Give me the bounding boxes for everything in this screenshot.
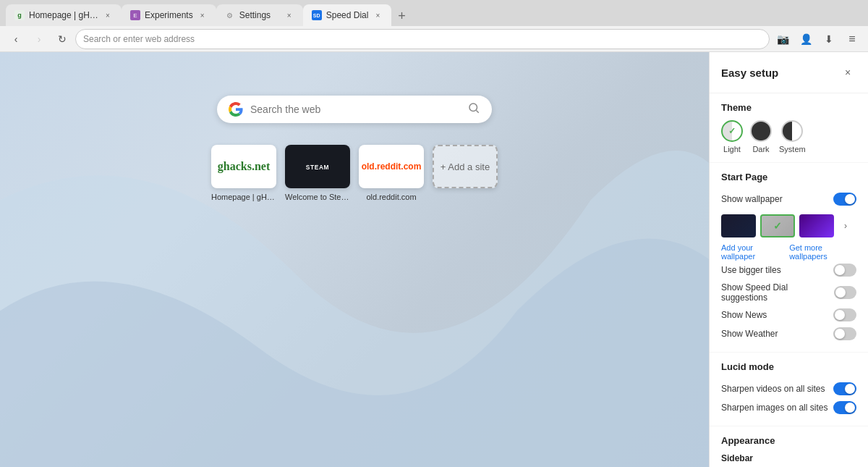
use-bigger-tiles-label: Use bigger tiles (721, 265, 781, 275)
theme-label-dark: Dark (752, 145, 769, 153)
theme-circle-light: ✓ (721, 120, 743, 142)
use-bigger-tiles-row: Use bigger tiles (721, 261, 856, 279)
sharpen-images-toggle[interactable] (833, 401, 856, 414)
search-bar[interactable] (217, 96, 492, 123)
dial-tile-reddit: old.reddit.com (359, 145, 424, 188)
dial-item-add[interactable]: + Add a site (433, 145, 498, 201)
theme-section-title: Theme (721, 102, 856, 113)
wallpaper-links: Add your wallpaper Get more wallpapers (721, 243, 856, 261)
speed-dial: ghacks.net Homepage | gHack... STEAM Wel… (211, 145, 498, 201)
theme-option-system[interactable]: System (779, 120, 806, 153)
panel-header: Easy setup × (710, 52, 868, 93)
tab-label-experiments: Experiments (145, 10, 193, 20)
panel-close-button[interactable]: × (839, 64, 856, 81)
theme-section: Theme ✓ Light Dark (710, 93, 868, 163)
lucid-mode-section: Lucid mode Sharpen videos on all sites S… (710, 353, 868, 426)
panel-title: Easy setup (721, 67, 778, 79)
new-tab-button[interactable]: + (391, 6, 412, 26)
reddit-logo-text: old.reddit.com (362, 161, 422, 172)
tab-experiments[interactable]: E Experiments × (122, 4, 216, 26)
add-site-text: + Add a site (441, 161, 490, 172)
tab-settings[interactable]: ⚙ Settings × (216, 4, 303, 26)
theme-label-light: Light (723, 145, 741, 153)
profile-button[interactable]: 👤 (796, 29, 816, 49)
easy-setup-panel: Easy setup × Theme ✓ Light Dark (709, 52, 868, 467)
start-page-section-title: Start Page (721, 172, 856, 182)
show-speed-dial-toggle[interactable] (834, 286, 856, 299)
tab-label-settings: Settings (239, 10, 280, 20)
show-news-label: Show News (721, 310, 767, 320)
ghacks-logo-text: ghacks.net (218, 160, 270, 173)
tab-close-experiments[interactable]: × (197, 10, 208, 20)
address-text: Search or enter web address (83, 34, 195, 44)
dial-label-reddit: old.reddit.com (359, 193, 424, 201)
tab-close-settings[interactable]: × (284, 10, 294, 20)
appearance-section: Appearance Sidebar On (710, 426, 868, 467)
search-input[interactable] (250, 104, 460, 115)
show-weather-label: Show Weather (721, 329, 778, 339)
show-news-row: Show News (721, 306, 856, 324)
tab-label-speeddial: Speed Dial (326, 10, 369, 20)
tab-speeddial[interactable]: SD Speed Dial × (303, 4, 392, 26)
show-speed-dial-row: Show Speed Dial suggestions (721, 279, 856, 306)
show-weather-toggle[interactable] (833, 327, 856, 340)
theme-option-light[interactable]: ✓ Light (721, 120, 743, 153)
theme-check-light: ✓ (728, 126, 736, 136)
start-page-section: Start Page Show wallpaper ✓ (710, 163, 868, 353)
use-bigger-tiles-toggle[interactable] (833, 264, 856, 277)
sharpen-videos-toggle[interactable] (833, 382, 856, 395)
forward-button[interactable]: › (29, 29, 49, 49)
show-weather-row: Show Weather (721, 324, 856, 343)
wallpaper-thumb-dark[interactable] (721, 214, 756, 237)
tab-close-speeddial[interactable]: × (373, 10, 383, 20)
svg-text:STEAM: STEAM (306, 164, 329, 171)
tab-favicon-ghacks: g (14, 10, 25, 20)
refresh-button[interactable]: ↻ (52, 29, 72, 49)
steam-logo-svg: STEAM (296, 156, 339, 177)
tab-bar: g Homepage | gHacks Tech... × E Experime… (0, 0, 868, 26)
dial-label-ghacks: Homepage | gHack... (211, 193, 276, 201)
google-logo (229, 102, 243, 117)
browser-chrome: g Homepage | gHacks Tech... × E Experime… (0, 0, 868, 52)
wallpaper-row: ✓ › (721, 214, 856, 237)
dial-label-steam: Welcome to Steam (285, 193, 350, 201)
download-button[interactable]: ⬇ (819, 29, 839, 49)
back-button[interactable]: ‹ (6, 29, 26, 49)
dial-item-steam[interactable]: STEAM Welcome to Steam (285, 145, 350, 201)
sharpen-videos-row: Sharpen videos on all sites (721, 379, 856, 398)
get-more-wallpapers-link[interactable]: Get more wallpapers (789, 243, 856, 261)
theme-circle-system (781, 120, 803, 142)
wallpaper-next-arrow[interactable]: › (838, 214, 853, 237)
dial-item-ghacks[interactable]: ghacks.net Homepage | gHack... (211, 145, 276, 201)
camera-button[interactable]: 📷 (773, 29, 793, 49)
show-wallpaper-label: Show wallpaper (721, 194, 783, 204)
svg-line-1 (476, 110, 478, 112)
appearance-section-title: Appearance (721, 435, 856, 446)
new-tab-page: ghacks.net Homepage | gHack... STEAM Wel… (0, 52, 709, 467)
tab-favicon-experiments: E (130, 10, 140, 20)
dial-item-reddit[interactable]: old.reddit.com old.reddit.com (359, 145, 424, 201)
search-submit-icon[interactable] (467, 101, 480, 117)
toolbar: ‹ › ↻ Search or enter web address 📷 👤 ⬇ … (0, 26, 868, 52)
add-wallpaper-link[interactable]: Add your wallpaper (721, 243, 783, 261)
wallpaper-thumb-light[interactable]: ✓ (760, 214, 795, 237)
tab-close-ghacks[interactable]: × (103, 10, 113, 20)
content-area: ghacks.net Homepage | gHack... STEAM Wel… (0, 52, 868, 467)
wallpaper-thumb-purple[interactable] (799, 214, 834, 237)
menu-button[interactable]: ≡ (842, 29, 862, 49)
show-wallpaper-toggle[interactable] (833, 193, 856, 206)
wallpaper-check-light: ✓ (762, 216, 793, 236)
tab-label-ghacks: Homepage | gHacks Tech... (29, 10, 98, 20)
tab-ghacks[interactable]: g Homepage | gHacks Tech... × (6, 4, 122, 26)
sharpen-videos-label: Sharpen videos on all sites (721, 384, 825, 394)
tab-favicon-speeddial: SD (312, 10, 322, 20)
theme-options: ✓ Light Dark System (721, 120, 856, 153)
sharpen-images-label: Sharpen images on all sites (721, 403, 827, 413)
address-bar[interactable]: Search or enter web address (75, 29, 770, 49)
theme-option-dark[interactable]: Dark (750, 120, 772, 153)
theme-label-system: System (779, 145, 806, 153)
show-news-toggle[interactable] (833, 308, 856, 321)
dial-tile-steam: STEAM (285, 145, 350, 188)
show-speed-dial-label: Show Speed Dial suggestions (721, 282, 834, 303)
search-bar-wrap (217, 96, 492, 123)
